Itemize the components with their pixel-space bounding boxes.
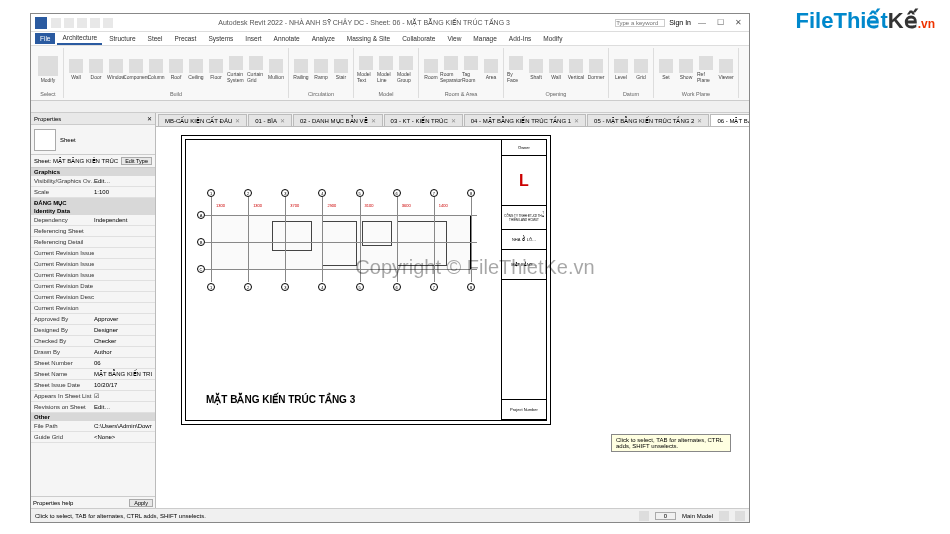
prop-section-header[interactable]: Identity Data [31, 207, 155, 215]
maximize-button[interactable]: ☐ [713, 17, 727, 29]
prop-value[interactable] [94, 270, 152, 280]
prop-section-header[interactable]: Graphics [31, 168, 155, 176]
prop-value[interactable]: Independent [94, 215, 152, 225]
prop-row[interactable]: Referencing Detail [31, 237, 155, 248]
ribbon-btn-model-line[interactable]: Model Line [377, 49, 395, 90]
prop-row[interactable]: Sheet Issue Date10/20/17 [31, 380, 155, 391]
ribbon-tab-add-ins[interactable]: Add-Ins [504, 33, 536, 44]
ribbon-tab-analyze[interactable]: Analyze [307, 33, 340, 44]
ribbon-btn-show[interactable]: Show [677, 49, 695, 90]
ribbon-btn-floor[interactable]: Floor [207, 49, 225, 90]
ribbon-btn-vertical[interactable]: Vertical [567, 49, 585, 90]
ribbon-tab-annotate[interactable]: Annotate [269, 33, 305, 44]
prop-value[interactable]: Edit… [94, 402, 152, 412]
view-tab-close-icon[interactable]: ✕ [371, 117, 376, 124]
ribbon-btn-area[interactable]: Area [482, 49, 500, 90]
ribbon-btn-model-group[interactable]: Model Group [397, 49, 415, 90]
minimize-button[interactable]: — [695, 17, 709, 29]
ribbon-btn-curtain-system[interactable]: Curtain System [227, 49, 245, 90]
ribbon-btn-shaft[interactable]: Shaft [527, 49, 545, 90]
prop-value[interactable]: 06 [94, 358, 152, 368]
prop-value[interactable] [94, 292, 152, 302]
prop-section-header[interactable]: Other [31, 413, 155, 421]
prop-section-header[interactable]: ĐÁNG MỤC [31, 198, 155, 207]
search-input[interactable] [615, 19, 665, 27]
qat-redo-icon[interactable] [90, 18, 100, 28]
ribbon-tab-collaborate[interactable]: Collaborate [397, 33, 440, 44]
prop-value[interactable] [94, 303, 152, 313]
prop-value[interactable]: Edit… [94, 176, 152, 186]
ribbon-btn-model-text[interactable]: Model Text [357, 49, 375, 90]
prop-row[interactable]: Current Revision Desc… [31, 292, 155, 303]
ribbon-tab-insert[interactable]: Insert [240, 33, 266, 44]
view-tab-close-icon[interactable]: ✕ [697, 117, 702, 124]
ribbon-tab-modify[interactable]: Modify [538, 33, 567, 44]
edit-type-button[interactable]: Edit Type [121, 157, 152, 165]
ribbon-btn-ramp[interactable]: Ramp [312, 49, 330, 90]
ribbon-btn-room[interactable]: Room [422, 49, 440, 90]
prop-row[interactable]: Current Revision Issue… [31, 270, 155, 281]
ribbon-btn-wall[interactable]: Wall [547, 49, 565, 90]
prop-value[interactable] [94, 281, 152, 291]
view-tab[interactable]: MB-CẤU KIỆN CẤT ĐÁU✕ [158, 114, 247, 126]
ribbon-btn-door[interactable]: Door [87, 49, 105, 90]
prop-value[interactable]: 1:100 [94, 187, 152, 197]
status-main-model[interactable]: Main Model [682, 513, 713, 519]
prop-value[interactable]: 10/20/17 [94, 380, 152, 390]
sb-worksets-icon[interactable] [639, 511, 649, 521]
prop-row[interactable]: Drawn ByAuthor [31, 347, 155, 358]
view-tab[interactable]: 05 - MẶT BẰNG KIẾN TRÚC TẦNG 2✕ [587, 114, 709, 126]
prop-value[interactable] [94, 248, 152, 258]
qat-print-icon[interactable] [103, 18, 113, 28]
ribbon-tab-manage[interactable]: Manage [468, 33, 502, 44]
ribbon-btn-by-face[interactable]: By Face [507, 49, 525, 90]
view-tab[interactable]: 03 - KT - KIẾN TRÚC✕ [384, 114, 463, 126]
prop-value[interactable]: MẶT BẰNG KIẾN TRÚC… [94, 369, 152, 379]
ribbon-btn-mullion[interactable]: Mullion [267, 49, 285, 90]
prop-row[interactable]: Referencing Sheet [31, 226, 155, 237]
prop-value[interactable] [94, 259, 152, 269]
prop-row[interactable]: Sheet Number06 [31, 358, 155, 369]
ribbon-btn-window[interactable]: Window [107, 49, 125, 90]
ribbon-btn-roof[interactable]: Roof [167, 49, 185, 90]
prop-row[interactable]: Visibility/Graphics Ov…Edit… [31, 176, 155, 187]
ribbon-btn-viewer[interactable]: Viewer [717, 49, 735, 90]
ribbon-btn-level[interactable]: Level [612, 49, 630, 90]
ribbon-btn-ceiling[interactable]: Ceiling [187, 49, 205, 90]
view-tab[interactable]: 04 - MẶT BẰNG KIẾN TRÚC TẦNG 1✕ [464, 114, 586, 126]
qat-undo-icon[interactable] [77, 18, 87, 28]
ribbon-btn-stair[interactable]: Stair [332, 49, 350, 90]
signin-link[interactable]: Sign In [669, 19, 691, 26]
ribbon-btn-railing[interactable]: Railing [292, 49, 310, 90]
view-tab-close-icon[interactable]: ✕ [235, 117, 240, 124]
ribbon-btn-component[interactable]: Component [127, 49, 145, 90]
ribbon-tab-structure[interactable]: Structure [104, 33, 140, 44]
drawing-viewport[interactable]: 1113002213003337004429005531006636007714… [186, 140, 501, 420]
prop-value[interactable]: ☑ [94, 391, 152, 401]
ribbon-btn-dormer[interactable]: Dormer [587, 49, 605, 90]
prop-value[interactable] [94, 226, 152, 236]
prop-value[interactable]: <None> [94, 432, 152, 442]
ribbon-btn-tag-room[interactable]: Tag Room [462, 49, 480, 90]
ribbon-btn-modify[interactable]: Modify [36, 49, 60, 90]
ribbon-tab-architecture[interactable]: Architecture [57, 32, 102, 45]
sb-filter-icon[interactable] [719, 511, 729, 521]
prop-value[interactable]: C:\Users\Admin\Down… [94, 421, 152, 431]
ribbon-tab-massing-site[interactable]: Massing & Site [342, 33, 395, 44]
prop-row[interactable]: Designed ByDesigner [31, 325, 155, 336]
prop-row[interactable]: Approved ByApprover [31, 314, 155, 325]
prop-row[interactable]: Appears In Sheet List☑ [31, 391, 155, 402]
prop-row[interactable]: Current Revision [31, 303, 155, 314]
ribbon-btn-set[interactable]: Set [657, 49, 675, 90]
ribbon-btn-wall[interactable]: Wall [67, 49, 85, 90]
qat-open-icon[interactable] [51, 18, 61, 28]
view-tab[interactable]: 06 - MẶT BẰNG KIẾN TRÚC TẦN…✕ [710, 114, 749, 126]
ribbon-btn-curtain-grid[interactable]: Curtain Grid [247, 49, 265, 90]
prop-row[interactable]: Revisions on SheetEdit… [31, 402, 155, 413]
prop-row[interactable]: Current Revision Date [31, 281, 155, 292]
prop-value[interactable]: Approver [94, 314, 152, 324]
ribbon-tab-file[interactable]: File [35, 33, 55, 44]
ribbon-tab-systems[interactable]: Systems [203, 33, 238, 44]
close-button[interactable]: ✕ [731, 17, 745, 29]
prop-row[interactable]: File PathC:\Users\Admin\Down… [31, 421, 155, 432]
